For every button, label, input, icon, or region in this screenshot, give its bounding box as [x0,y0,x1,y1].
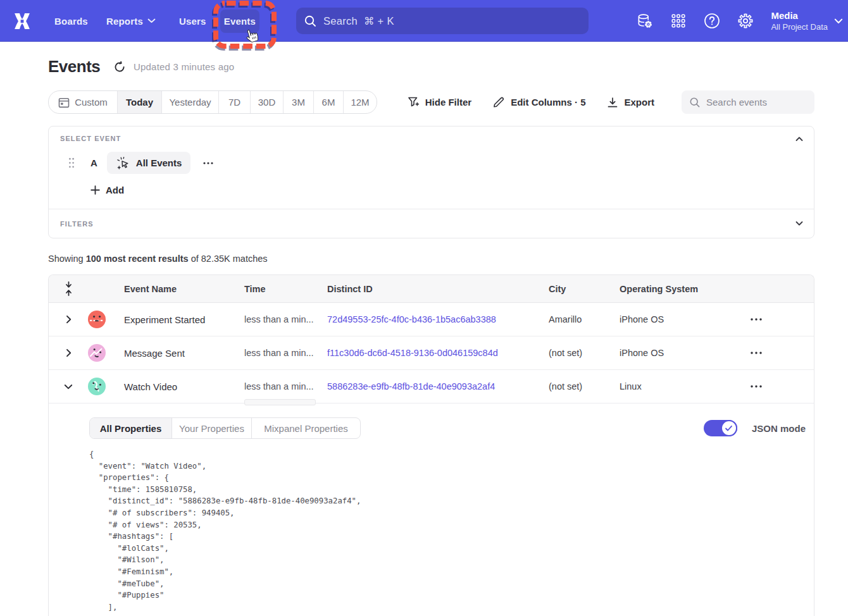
cell-distinct-id[interactable]: 5886283e-e9fb-48fb-81de-40e9093a2af4 [327,381,549,391]
cell-distinct-id[interactable]: 72d49553-25fc-4f0c-b436-1b5ac6ab3388 [327,314,549,324]
mixpanel-logo[interactable] [0,13,44,30]
row-more-button[interactable] [751,318,814,321]
nav-item-events[interactable]: Events [220,9,259,33]
expand-row-icon[interactable] [49,303,88,336]
col-header-os[interactable]: Operating System [620,284,751,294]
tab-your-properties[interactable]: Your Properties [172,418,252,438]
nav-item-users[interactable]: Users [171,10,214,32]
nav-item-reports[interactable]: Reports [99,10,163,32]
data-management-icon[interactable] [637,13,653,29]
apps-grid-icon[interactable] [670,13,687,29]
cell-city: (not set) [549,348,620,358]
pencil-icon [493,96,505,108]
all-events-icon [116,156,130,170]
date-range-6m[interactable]: 6M [314,91,344,113]
edit-columns-button[interactable]: Edit Columns · 5 [493,96,585,108]
ellipsis-icon [203,162,213,164]
date-range-30d[interactable]: 30D [251,91,284,113]
search-shortcut: ⌘ + K [364,15,394,27]
row-more-button[interactable] [751,352,814,354]
export-label: Export [624,97,654,108]
json-mode-toggle[interactable] [704,420,737,436]
project-scope: All Project Data [771,22,828,32]
plus-icon [90,185,100,195]
collapse-section-icon[interactable] [795,135,804,144]
export-button[interactable]: Export [607,97,654,108]
date-range-yesterday[interactable]: Yesterday [162,91,219,113]
nav-item-label: Reports [106,16,143,27]
properties-tabs: All Properties Your Properties Mixpanel … [89,417,361,439]
date-range-label: 3M [292,97,305,108]
event-chip-label: All Events [136,157,182,168]
add-label: Add [106,185,124,195]
col-header-distinct-id[interactable]: Distinct ID [327,284,549,294]
event-avatar [88,378,106,395]
event-row-letter: A [90,157,97,168]
tab-all-properties[interactable]: All Properties [90,418,172,438]
cell-event-name: Message Sent [124,348,244,359]
date-range-today[interactable]: Today [118,91,162,113]
download-icon [607,97,618,108]
collapse-row-icon[interactable] [49,370,88,403]
main-content: Events Updated 3 minutes ago Custom Toda… [0,57,814,616]
cell-distinct-id[interactable]: f11c30d6-dc6d-4518-9136-0d046159c84d [327,348,549,358]
col-header-time[interactable]: Time [244,284,327,294]
select-event-label: SELECT EVENT [60,135,802,142]
drag-handle-icon[interactable] [68,157,75,168]
check-icon [725,425,733,432]
cell-time: less than a min... [244,314,327,324]
top-navbar: Boards Reports Users Events Search ⌘ + K [0,0,848,42]
search-placeholder: Search [323,15,358,27]
date-range-picker: Custom Today Yesterday 7D 30D 3M 6M 12M [48,90,377,114]
search-events-input[interactable]: Search events [682,90,814,114]
col-header-event-name[interactable]: Event Name [124,284,244,294]
date-range-label: 6M [322,97,335,108]
page-title: Events [48,57,114,77]
events-table: Event Name Time Distinct ID City Operati… [48,274,814,616]
date-range-custom[interactable]: Custom [49,91,118,113]
refresh-icon[interactable] [114,61,125,73]
event-more-button[interactable] [203,162,213,164]
col-header-city[interactable]: City [549,284,620,294]
global-search-input[interactable]: Search ⌘ + K [296,8,589,34]
title-row: Events Updated 3 minutes ago [48,57,814,77]
table-row-expanded[interactable]: Watch Video less than a min... 5886283e-… [49,370,814,403]
table-row[interactable]: Experiment Started less than a min... 72… [49,303,814,336]
event-selector-chip[interactable]: All Events [107,152,191,174]
date-range-label: 7D [228,97,240,108]
nav-item-label: Events [224,16,256,27]
help-icon[interactable] [704,13,720,29]
row-more-button[interactable] [751,385,814,388]
filters-section[interactable]: FILTERS [49,209,814,238]
table-row[interactable]: Message Sent less than a min... f11c30d6… [49,336,814,370]
add-event-button[interactable]: Add [90,185,135,195]
sort-icon[interactable] [65,281,72,296]
navbar-right: Media All Project Data [637,0,848,42]
json-mode-control: JSON mode [704,417,806,439]
date-range-label: Yesterday [169,97,211,108]
nav-item-label: Users [179,16,206,27]
settings-gear-icon[interactable] [737,13,754,29]
chevron-down-icon [147,18,156,23]
expand-row-icon[interactable] [49,336,88,369]
date-range-7d[interactable]: 7D [219,91,251,113]
expand-filters-icon[interactable] [795,219,804,228]
hide-filter-button[interactable]: Hide Filter [408,96,471,108]
tab-mixpanel-properties[interactable]: Mixpanel Properties [252,418,360,438]
table-header-row: Event Name Time Distinct ID City Operati… [49,275,814,303]
date-range-12m[interactable]: 12M [344,91,377,113]
project-name: Media [771,9,828,22]
nav-item-boards[interactable]: Boards [47,10,96,32]
results-suffix: of 82.35K matches [189,254,268,264]
cell-time: less than a min... [244,381,327,391]
cell-city: (not set) [549,381,620,391]
hide-filter-label: Hide Filter [425,97,471,108]
ellipsis-icon [751,352,762,354]
results-prefix: Showing [48,254,86,264]
project-switcher[interactable]: Media All Project Data [771,9,843,32]
ellipsis-icon [751,318,762,321]
date-range-3m[interactable]: 3M [284,91,314,113]
date-range-label: 12M [351,97,369,108]
date-range-label: Today [126,97,153,108]
edit-columns-label: Edit Columns · 5 [511,97,585,108]
